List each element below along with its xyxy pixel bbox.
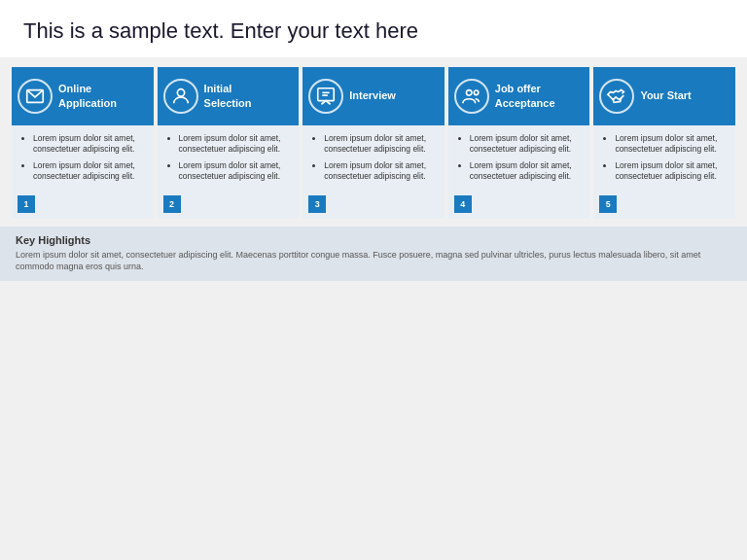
- steps-section: OnlineApplication Lorem ipsum dolor sit …: [0, 67, 747, 219]
- step-body-5: Lorem ipsum dolor sit amet, consectetuer…: [593, 125, 735, 192]
- svg-point-6: [474, 90, 479, 95]
- bullet-group-2-4: Lorem ipsum dolor sit amet, consectetuer…: [456, 160, 583, 182]
- bullet-group-1-5: Lorem ipsum dolor sit amet, consectetuer…: [601, 133, 728, 155]
- bullet-group-2-3: Lorem ipsum dolor sit amet, consectetuer…: [310, 160, 437, 182]
- step-title-4: Job offerAcceptance: [495, 82, 555, 110]
- key-highlights-title: Key Highlights: [16, 234, 731, 246]
- bullet-2-2: Lorem ipsum dolor sit amet, consectetuer…: [179, 160, 292, 182]
- step-header-2: InitialSelection: [158, 67, 300, 125]
- step-icon-2: [163, 79, 198, 114]
- bullet-2-5: Lorem ipsum dolor sit amet, consectetuer…: [615, 160, 728, 182]
- bullet-group-2-5: Lorem ipsum dolor sit amet, consectetuer…: [601, 160, 728, 182]
- step-card-4: Job offerAcceptance Lorem ipsum dolor si…: [448, 67, 590, 219]
- step-number-3: 3: [308, 195, 326, 213]
- svg-point-1: [177, 88, 184, 95]
- page-wrapper: This is a sample text. Enter your text h…: [0, 0, 747, 560]
- step-footer-4: 4: [448, 192, 590, 219]
- step-number-5: 5: [599, 195, 617, 213]
- bullet-2-4: Lorem ipsum dolor sit amet, consectetuer…: [470, 160, 583, 182]
- step-footer-1: 1: [12, 192, 154, 219]
- bullet-group-1-1: Lorem ipsum dolor sit amet, consectetuer…: [19, 133, 146, 155]
- bullet-group-1-4: Lorem ipsum dolor sit amet, consectetuer…: [456, 133, 583, 155]
- step-body-4: Lorem ipsum dolor sit amet, consectetuer…: [448, 125, 590, 192]
- step-header-4: Job offerAcceptance: [448, 67, 590, 125]
- bullet-2-1: Lorem ipsum dolor sit amet, consectetuer…: [33, 160, 146, 182]
- bullet-1-5: Lorem ipsum dolor sit amet, consectetuer…: [615, 133, 728, 155]
- bullet-group-2-2: Lorem ipsum dolor sit amet, consectetuer…: [165, 160, 292, 182]
- bullet-group-2-1: Lorem ipsum dolor sit amet, consectetuer…: [19, 160, 146, 182]
- step-card-2: InitialSelection Lorem ipsum dolor sit a…: [158, 67, 300, 219]
- key-highlights-text: Lorem ipsum dolor sit amet, consectetuer…: [16, 249, 731, 273]
- step-body-2: Lorem ipsum dolor sit amet, consectetuer…: [158, 125, 300, 192]
- step-icon-1: [18, 79, 53, 114]
- step-footer-2: 2: [158, 192, 300, 219]
- bullet-1-4: Lorem ipsum dolor sit amet, consectetuer…: [470, 133, 583, 155]
- bullet-2-3: Lorem ipsum dolor sit amet, consectetuer…: [324, 160, 437, 182]
- bullet-group-1-2: Lorem ipsum dolor sit amet, consectetuer…: [165, 133, 292, 155]
- step-icon-4: [454, 79, 489, 114]
- step-title-2: InitialSelection: [204, 82, 252, 110]
- top-section: This is a sample text. Enter your text h…: [0, 0, 747, 57]
- step-number-2: 2: [163, 195, 181, 213]
- steps-container: OnlineApplication Lorem ipsum dolor sit …: [12, 67, 735, 219]
- step-footer-3: 3: [302, 192, 445, 219]
- step-header-1: OnlineApplication: [12, 67, 154, 125]
- step-title-5: Your Start: [640, 88, 691, 102]
- step-title-1: OnlineApplication: [58, 82, 117, 110]
- step-icon-5: [599, 79, 634, 114]
- step-card-3: Interview Lorem ipsum dolor sit amet, co…: [302, 67, 445, 219]
- step-icon-3: [308, 79, 343, 114]
- bullet-1-2: Lorem ipsum dolor sit amet, consectetuer…: [179, 133, 292, 155]
- step-footer-5: 5: [593, 192, 735, 219]
- main-title: This is a sample text. Enter your text h…: [23, 18, 724, 46]
- bullet-group-1-3: Lorem ipsum dolor sit amet, consectetuer…: [310, 133, 437, 155]
- step-number-4: 4: [454, 195, 472, 213]
- svg-rect-2: [318, 88, 335, 100]
- step-header-5: Your Start: [593, 67, 735, 125]
- bullet-1-1: Lorem ipsum dolor sit amet, consectetuer…: [33, 133, 146, 155]
- bullet-1-3: Lorem ipsum dolor sit amet, consectetuer…: [324, 133, 437, 155]
- step-number-1: 1: [18, 195, 35, 213]
- step-card-1: OnlineApplication Lorem ipsum dolor sit …: [12, 67, 154, 219]
- step-body-1: Lorem ipsum dolor sit amet, consectetuer…: [12, 125, 154, 192]
- key-highlights: Key Highlights Lorem ipsum dolor sit ame…: [0, 227, 747, 281]
- step-title-3: Interview: [349, 88, 396, 102]
- svg-point-5: [466, 89, 472, 95]
- step-body-3: Lorem ipsum dolor sit amet, consectetuer…: [302, 125, 445, 192]
- step-card-5: Your Start Lorem ipsum dolor sit amet, c…: [593, 67, 735, 219]
- step-header-3: Interview: [302, 67, 445, 125]
